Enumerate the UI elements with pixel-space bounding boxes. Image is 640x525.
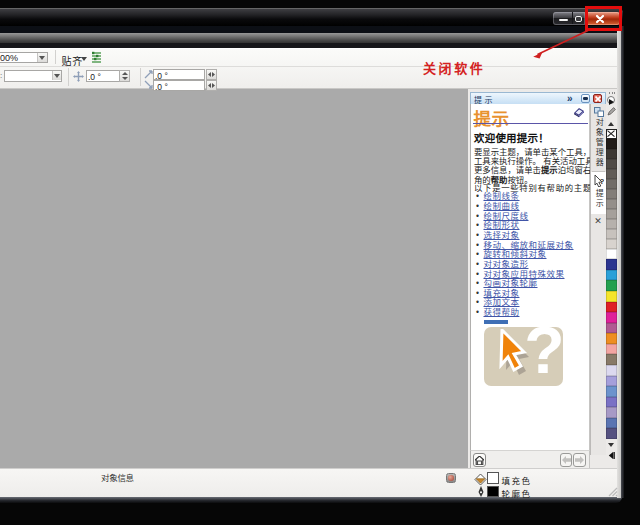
svg-text:?: ? [599, 176, 603, 185]
